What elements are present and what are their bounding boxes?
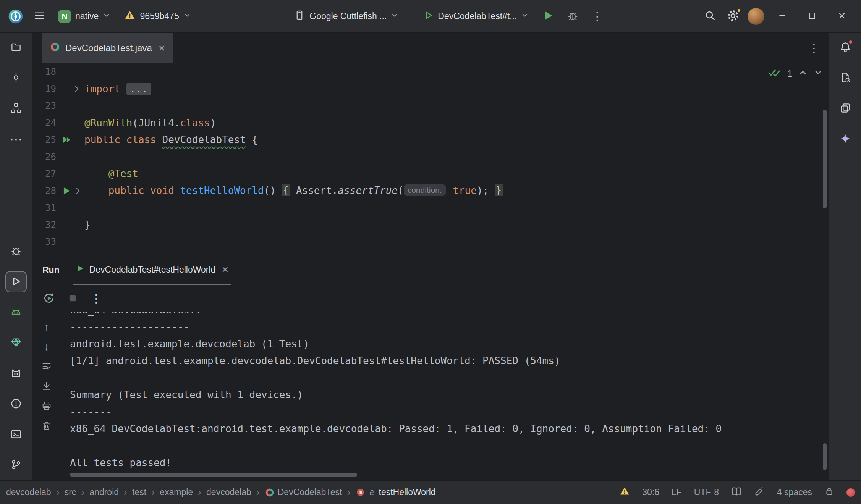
cursor-position-widget[interactable]: 30:6 <box>642 487 659 498</box>
line-separator-widget[interactable]: LF <box>672 487 682 498</box>
java-class-icon <box>50 42 60 55</box>
run-configuration-selector[interactable]: DevCodelabTest#t... <box>418 7 534 26</box>
notifications-tool-button[interactable] <box>835 37 856 58</box>
editor-tab-active[interactable]: DevCodelabTest.java × <box>42 33 173 63</box>
right-tool-stripe <box>829 33 861 480</box>
error-notification-badge[interactable] <box>846 488 855 497</box>
notification-dot <box>848 40 853 44</box>
debug-button[interactable] <box>562 6 583 27</box>
console-line <box>70 370 829 386</box>
run-panel-tab[interactable]: DevCodelabTest#testHelloWorld × <box>73 255 231 285</box>
tab-options-icon[interactable]: ⋮ <box>808 42 820 54</box>
analyzer-status-button[interactable] <box>620 486 630 499</box>
device-selector[interactable]: Google Cuttlefish ... <box>288 6 404 27</box>
up-stack-trace-button[interactable]: ↑ <box>44 321 49 332</box>
project-tool-button[interactable] <box>5 37 27 58</box>
scroll-to-end-button[interactable] <box>41 381 52 392</box>
editor-line: 19import ... <box>32 81 829 98</box>
run-tool-play-icon <box>11 276 21 288</box>
editor-column: DevCodelabTest.java × ⋮ 1819import ...23… <box>32 33 829 480</box>
close-run-tab-icon[interactable]: × <box>222 264 228 275</box>
more-vertical-icon: ⋮ <box>591 11 603 22</box>
console-line: ------- <box>70 403 829 420</box>
breadcrumb-item[interactable]: android <box>89 487 119 498</box>
vcs-widget[interactable]: 9659b475 <box>119 6 196 27</box>
titlebar-run-widgets: Google Cuttlefish ... DevCodelabTest#t..… <box>288 6 607 27</box>
breadcrumb-item[interactable]: devcodelab <box>6 487 51 498</box>
down-stack-trace-button[interactable]: ↓ <box>44 341 49 352</box>
project-selector[interactable]: N native <box>53 6 116 26</box>
close-tab-icon[interactable]: × <box>159 42 165 54</box>
stop-button[interactable] <box>65 291 80 306</box>
soft-wrap-icon <box>41 361 52 373</box>
fold-arrow-icon[interactable] <box>73 186 83 195</box>
run-button[interactable] <box>538 6 558 27</box>
tests-passed-check-icon[interactable] <box>767 67 781 80</box>
close-window-button[interactable] <box>828 6 856 27</box>
fold-arrow-icon[interactable] <box>72 84 81 94</box>
search-everywhere-button[interactable] <box>700 6 720 27</box>
run-test-icon[interactable] <box>62 186 71 196</box>
editor-tab-bar: DevCodelabTest.java × ⋮ <box>32 33 829 63</box>
breadcrumb-label: android <box>89 487 119 498</box>
more-actions-button[interactable]: ⋮ <box>587 6 607 27</box>
line-number: 32 <box>32 220 56 230</box>
code-editor[interactable]: 1819import ...2324@RunWith(JUnit4.class)… <box>32 63 829 255</box>
reader-mode-button[interactable] <box>731 486 742 499</box>
device-name: Google Cuttlefish ... <box>309 11 387 21</box>
breadcrumb-item[interactable]: DevCodelabTest <box>265 487 342 498</box>
console-output[interactable]: x86_64 DevCodelabTest:------------------… <box>61 312 829 480</box>
device-manager-tool-button[interactable] <box>835 98 856 119</box>
terminal-tool-button[interactable] <box>5 424 27 445</box>
maximize-icon <box>807 11 817 22</box>
commit-tool-button[interactable] <box>5 67 27 89</box>
console-vertical-scrollbar[interactable] <box>823 443 827 470</box>
more-tool-windows-button[interactable]: ⋯ <box>5 128 27 150</box>
ai-code-completion-button[interactable] <box>754 486 765 499</box>
svg-text:m: m <box>359 489 362 495</box>
logcat-tool-button[interactable] <box>5 363 27 384</box>
code-token: DevCodelabTest <box>162 134 246 145</box>
run-more-options-button[interactable]: ⋮ <box>89 291 104 306</box>
version-control-tool-button[interactable] <box>5 454 27 476</box>
run-tool-button[interactable] <box>5 271 27 292</box>
lock-widget[interactable] <box>824 486 834 499</box>
settings-button[interactable] <box>723 6 743 27</box>
breadcrumb-item[interactable]: src <box>65 487 76 498</box>
clear-console-button[interactable] <box>41 421 52 431</box>
console-line: x86_64 DevCodelabTest:android.test.examp… <box>70 420 829 437</box>
running-devices-tool-button[interactable] <box>5 302 27 323</box>
prev-highlight-icon[interactable] <box>798 68 808 79</box>
maximize-button[interactable] <box>798 6 826 27</box>
status-bar: devcodelab›src›android›test›example›devc… <box>0 480 861 504</box>
encoding-widget[interactable]: UTF-8 <box>694 487 719 498</box>
indent-widget[interactable]: 4 spaces <box>777 487 812 498</box>
breadcrumb-item[interactable]: devcodelab <box>206 487 251 498</box>
breadcrumb-item[interactable]: mtestHelloWorld <box>356 487 436 498</box>
breadcrumb-label: testHelloWorld <box>379 487 436 498</box>
line-number: 31 <box>32 202 56 213</box>
rerun-button[interactable] <box>41 291 57 306</box>
debug-tool-button[interactable] <box>5 241 27 262</box>
structure-tool-button[interactable] <box>5 98 27 119</box>
profile-button[interactable] <box>746 6 766 27</box>
device-explorer-tool-button[interactable] <box>835 67 856 89</box>
next-highlight-icon[interactable] <box>814 68 823 79</box>
code-token: ) <box>210 117 216 129</box>
main-menu-button[interactable] <box>29 6 50 27</box>
editor-scrollbar[interactable] <box>823 110 827 208</box>
breadcrumb-item[interactable]: test <box>132 487 146 498</box>
gemini-tool-button[interactable] <box>835 128 856 150</box>
soft-wrap-button[interactable] <box>41 361 52 372</box>
titlebar: N native 9659b475 <box>0 0 861 33</box>
code-token: () <box>264 184 282 196</box>
breadcrumb-item[interactable]: example <box>160 487 193 498</box>
print-button[interactable] <box>41 401 52 412</box>
code-token: testHelloWorld <box>180 184 264 196</box>
minimize-button[interactable] <box>769 6 796 27</box>
problems-tool-button[interactable] <box>5 393 27 415</box>
run-test-icon[interactable] <box>62 135 72 145</box>
left-tool-stripe: ⋯ <box>0 33 32 480</box>
app-quality-insights-tool-button[interactable] <box>5 332 27 354</box>
console-horizontal-scrollbar[interactable] <box>70 473 357 477</box>
